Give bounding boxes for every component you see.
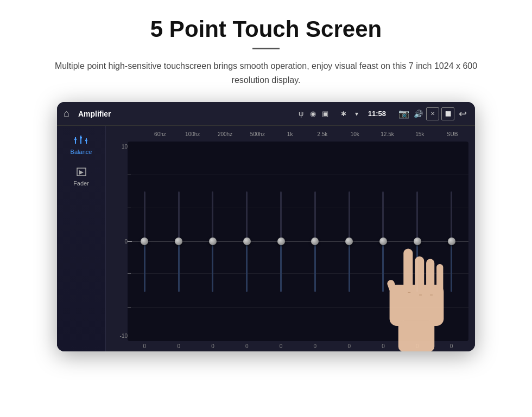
val-500hz: 0 (230, 343, 264, 349)
status-icons-center: ψ ◉ ▣ (296, 109, 330, 119)
freq-sub: SUB (436, 131, 468, 137)
status-time: 11:58 (368, 110, 386, 118)
sidebar-item-fader[interactable]: Fader (73, 166, 89, 187)
val-200hz: 0 (196, 343, 230, 349)
val-12-5k: 0 (366, 343, 401, 349)
sliders-container (128, 146, 468, 337)
freq-labels-row: 60hz 100hz 200hz 500hz 1k 2.5k 10k 12.5k… (112, 131, 468, 137)
y-label-neg10: -10 (112, 333, 128, 339)
device-frame: ⌂ Amplifier ψ ◉ ▣ ✱ ▾ 11:58 📷 🔊 ✕ ⬜ ↩ (57, 102, 475, 351)
freq-200hz: 200hz (209, 131, 242, 137)
close-box-icon[interactable]: ✕ (426, 107, 439, 120)
sidebar: Balance Fader (57, 126, 106, 351)
fader-label: Fader (73, 180, 89, 187)
camera-icon[interactable]: 📷 (398, 108, 410, 120)
slider-100hz[interactable] (178, 182, 180, 301)
balance-icon (74, 134, 88, 146)
val-2-5k: 0 (298, 343, 332, 349)
freq-500hz: 500hz (241, 131, 274, 137)
status-right-icons: 📷 🔊 ✕ ⬜ ↩ (398, 107, 468, 120)
gps-icon: ◉ (308, 109, 318, 119)
slider-500hz[interactable] (246, 182, 248, 301)
bottom-values-row: 0 0 0 0 0 0 0 0 0 0 (112, 343, 468, 349)
slider-60hz[interactable] (144, 182, 145, 301)
y-axis: 10 0 -10 (112, 142, 128, 341)
val-sub: 0 (434, 343, 468, 349)
freq-10k: 10k (339, 131, 371, 137)
slider-12-5k[interactable] (382, 182, 384, 301)
freq-2-5k: 2.5k (306, 131, 339, 137)
fader-icon (75, 166, 88, 178)
title-divider (252, 48, 280, 49)
slider-2-5k[interactable] (314, 182, 316, 301)
usb-icon: ψ (296, 109, 306, 119)
val-1k: 0 (264, 343, 298, 349)
balance-label: Balance (71, 149, 92, 155)
val-10k: 0 (332, 343, 366, 349)
slider-15k[interactable] (416, 182, 418, 301)
y-label-0: 0 (112, 239, 128, 245)
main-content: Balance Fader 60hz 100hz 200hz 500hz 1k … (57, 126, 475, 351)
freq-60hz: 60hz (144, 131, 176, 137)
slider-1k[interactable] (280, 182, 282, 301)
svg-marker-7 (79, 170, 84, 175)
status-bar: ⌂ Amplifier ψ ◉ ▣ ✱ ▾ 11:58 📷 🔊 ✕ ⬜ ↩ (57, 102, 475, 126)
bluetooth-icon: ✱ (339, 109, 349, 119)
slider-200hz[interactable] (212, 182, 213, 301)
volume-icon[interactable]: 🔊 (412, 108, 424, 120)
slider-sub[interactable] (451, 182, 452, 301)
page-title: 5 Point Touch Screen (150, 16, 382, 42)
freq-100hz: 100hz (176, 131, 209, 137)
freq-15k: 15k (403, 131, 436, 137)
page-subtitle: Multiple point high-sensitive touchscree… (54, 59, 478, 87)
sidebar-item-balance[interactable]: Balance (71, 134, 92, 155)
photo-icon: ▣ (320, 109, 330, 119)
wifi-icon: ▾ (352, 109, 362, 119)
window-icon[interactable]: ⬜ (441, 107, 454, 120)
val-15k: 0 (400, 343, 434, 349)
val-100hz: 0 (162, 343, 196, 349)
freq-12-5k: 12.5k (371, 131, 404, 137)
back-icon[interactable]: ↩ (457, 108, 468, 120)
val-60hz: 0 (128, 343, 162, 349)
app-title: Amplifier (78, 110, 111, 118)
home-icon[interactable]: ⌂ (64, 108, 69, 119)
slider-10k[interactable] (349, 182, 350, 301)
y-label-10: 10 (112, 144, 128, 150)
freq-1k: 1k (274, 131, 306, 137)
